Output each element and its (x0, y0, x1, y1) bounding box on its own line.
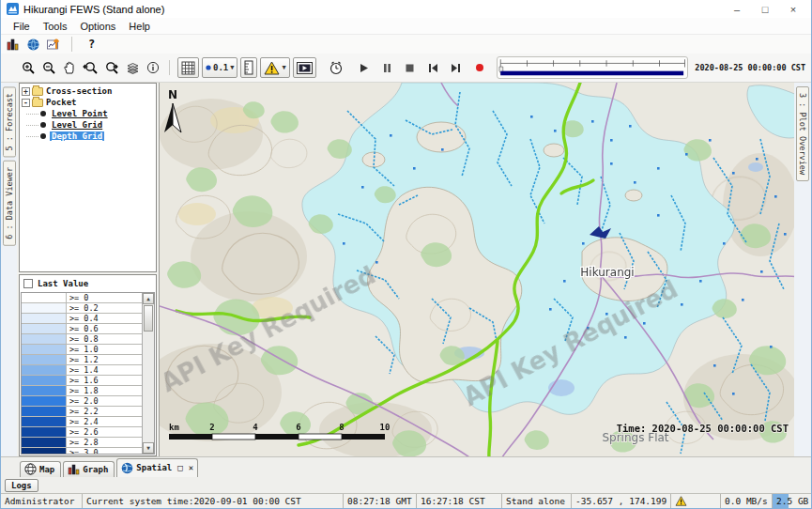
bullet-icon (40, 122, 46, 128)
legend-rows: >= 0 >= 0.2 >= 0.4 >= 0.6 >= 0.8 >= 1.0 … (22, 293, 142, 454)
toolbar-separator (169, 60, 170, 75)
record-button[interactable] (473, 62, 486, 73)
globe-icon (121, 462, 133, 474)
scroll-down-icon[interactable]: ▼ (143, 442, 154, 454)
left-panel: + Cross-section - Pocket Level Point (17, 83, 159, 456)
tab-forecast[interactable]: 5 : Forecast (3, 86, 16, 157)
legend-swatch (22, 417, 67, 426)
last-value-checkbox[interactable] (23, 279, 33, 288)
menu-tools[interactable]: Tools (37, 20, 74, 33)
tree-item-label: Pocket (46, 98, 77, 107)
pause-button[interactable] (381, 62, 393, 74)
go-to-start-button[interactable] (426, 62, 440, 74)
menu-file[interactable]: File (7, 20, 37, 33)
grid-display-button[interactable] (177, 57, 199, 78)
menu-bar: File Tools Options Help (1, 18, 811, 35)
status-transfer-rate: 0.0 MB/s (720, 494, 772, 508)
scroll-up-icon[interactable]: ▲ (143, 293, 154, 304)
tree-item-label: Cross-section (46, 86, 112, 96)
tab-plot-overview[interactable]: 3 : Plot Overview (796, 86, 809, 181)
warning-threshold-dropdown[interactable]: ▼ (260, 57, 289, 78)
legend-label: >= 2.4 (67, 417, 142, 426)
legend-label: >= 2.2 (67, 407, 142, 416)
tree-item-pocket[interactable]: - Pocket (22, 97, 156, 108)
zoom-in-icon[interactable] (20, 60, 38, 76)
legend-swatch (22, 324, 67, 333)
logs-button[interactable]: Logs (5, 479, 38, 492)
legend-label: >= 1.8 (67, 386, 142, 395)
globe-map-button[interactable] (25, 38, 41, 52)
contour-interval-dropdown[interactable]: 0.1 ▼ (202, 57, 237, 78)
layers-icon[interactable] (124, 61, 142, 75)
timeseries-display-button[interactable] (45, 37, 63, 52)
tree-guide-line (26, 125, 38, 126)
legend-row: >= 2.8 (22, 438, 142, 448)
zoom-previous-icon[interactable] (81, 60, 100, 76)
legend-label: >= 1.4 (67, 365, 142, 375)
title-bar: Hikurangi FEWS (Stand alone) – □ × (1, 0, 811, 18)
play-button[interactable] (358, 62, 371, 74)
tab-spatial[interactable]: Spatial □ ✕ (116, 458, 198, 477)
zoom-out-icon[interactable] (40, 60, 58, 76)
collapse-icon[interactable]: - (22, 99, 30, 107)
animation-panel-button[interactable] (293, 57, 316, 78)
tab-float-icon[interactable]: □ (177, 463, 182, 472)
layer-tree: + Cross-section - Pocket Level Point (19, 83, 157, 272)
tab-data-viewer[interactable]: 6 : Data Viewer (3, 161, 16, 246)
info-icon[interactable] (145, 60, 161, 75)
map-time-label: Time: 2020-08-25 00:00:00 CST (617, 423, 789, 434)
svg-text:km: km (169, 423, 179, 432)
tree-item-level-grid[interactable]: Level Grid (22, 119, 156, 131)
tree-item-cross-section[interactable]: + Cross-section (22, 85, 156, 97)
legend-header: Last Value (20, 275, 156, 292)
legend-row: >= 2.4 (22, 417, 142, 427)
legend-row: >= 0.2 (22, 303, 142, 314)
chevron-down-icon: ▼ (282, 64, 285, 71)
legend-scrollbar[interactable]: ▲ ▼ (142, 293, 154, 454)
go-to-end-button[interactable] (449, 62, 463, 74)
expand-icon[interactable]: + (22, 87, 30, 96)
map-canvas[interactable]: API Key Required API Key Required Hikura… (160, 83, 794, 456)
folder-icon (32, 99, 43, 107)
legend-swatch (22, 376, 67, 385)
tab-close-icon[interactable]: ✕ (189, 463, 193, 472)
app-window: Hikurangi FEWS (Stand alone) – □ × File … (0, 0, 812, 509)
close-button[interactable]: × (779, 1, 807, 18)
tab-map[interactable]: Map (20, 461, 61, 477)
legend-row: >= 3.0 (22, 448, 142, 455)
map-viewport[interactable]: API Key Required API Key Required Hikura… (159, 83, 794, 456)
scroll-thumb[interactable] (144, 305, 153, 332)
map-toolbar: 0.1 ▼ ▼ (1, 54, 811, 83)
pan-hand-icon[interactable] (61, 60, 78, 76)
help-button[interactable]: ? (81, 38, 102, 51)
bullet-icon (40, 133, 46, 139)
legend-row: >= 0.4 (22, 314, 142, 324)
database-chart-button[interactable] (5, 38, 22, 52)
status-mode: Stand alone (501, 494, 571, 508)
minimize-button[interactable]: – (723, 1, 751, 18)
maximize-button[interactable]: □ (751, 1, 779, 18)
timer-icon[interactable] (327, 59, 345, 76)
status-warning-cell[interactable] (670, 494, 720, 508)
svg-text:10: 10 (380, 423, 391, 432)
bullet-icon (40, 111, 46, 116)
tab-graph[interactable]: Graph (63, 461, 115, 477)
window-title: Hikurangi FEWS (Stand alone) (23, 4, 164, 15)
stop-button[interactable] (404, 63, 416, 73)
tree-item-depth-grid[interactable]: Depth Grid (22, 131, 156, 142)
scale-ruler-button[interactable] (240, 57, 257, 78)
menu-options[interactable]: Options (73, 20, 122, 33)
tree-item-label: Level Grid (50, 120, 104, 130)
menu-help[interactable]: Help (122, 20, 157, 33)
legend-swatch (22, 407, 67, 416)
timeline-slider[interactable] (497, 56, 689, 79)
left-tab-strip: 5 : Forecast 6 : Data Viewer (1, 83, 17, 456)
status-user: Administrator (1, 494, 82, 508)
status-coordinates: -35.657 , 174.199 (571, 494, 670, 508)
legend-swatch (22, 438, 67, 447)
zoom-next-icon[interactable] (102, 60, 121, 76)
scroll-track[interactable] (143, 332, 154, 442)
timeline-graphic (498, 57, 688, 78)
legend-label: >= 1.0 (67, 345, 142, 354)
tree-item-level-point[interactable]: Level Point (22, 108, 156, 119)
